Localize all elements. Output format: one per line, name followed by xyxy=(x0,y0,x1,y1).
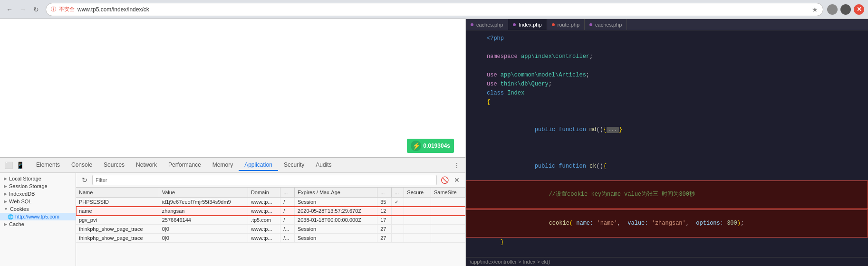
tab-performance[interactable]: Performance xyxy=(163,160,207,171)
cookies-toolbar: ↻ 🚫 ✕ xyxy=(76,173,465,188)
extension-icon-red[interactable]: ✕ xyxy=(854,4,864,15)
table-cell xyxy=(404,225,431,234)
table-cell: 2038-01-18T00:00:00.000Z xyxy=(295,216,377,225)
filter-input[interactable] xyxy=(92,175,437,185)
table-row[interactable]: PHPSESSIDid1j9e67eeof7mjr55t34s9dm9www.t… xyxy=(76,198,465,207)
sidebar-section-cache[interactable]: ▶ Cache xyxy=(0,220,76,228)
cookies-refresh-button[interactable]: ↻ xyxy=(80,175,89,185)
code-line xyxy=(466,43,868,52)
breadcrumb-text: \app\index\controller > Index > ck() xyxy=(470,259,550,265)
extension-icon-2[interactable] xyxy=(840,4,851,15)
table-cell xyxy=(404,198,431,207)
table-cell: Session xyxy=(295,225,377,234)
tab-label-route: route.php xyxy=(558,22,579,28)
devtools: ⬜ 📱 Elements Console Sources Network Per… xyxy=(0,157,465,266)
tab-memory[interactable]: Memory xyxy=(207,160,239,171)
table-cell: Session xyxy=(295,234,377,243)
expand-icon: ▶ xyxy=(4,176,7,181)
extension-icons: ✕ xyxy=(827,4,864,15)
table-cell xyxy=(392,225,404,234)
tab-dot-php2 xyxy=(513,23,516,26)
editor-tab-caches2[interactable]: caches.php xyxy=(585,19,627,30)
tab-security[interactable]: Security xyxy=(278,160,310,171)
table-row[interactable]: thinkphp_show_page_trace0|0www.tp.../...… xyxy=(76,234,465,243)
code-line xyxy=(466,143,868,152)
editor-tab-index[interactable]: Index.php xyxy=(508,19,547,30)
sidebar-section-local-storage[interactable]: ▶ Local Storage xyxy=(0,175,76,182)
sidebar-section-websql[interactable]: ▶ Web SQL xyxy=(0,198,76,205)
table-row[interactable]: thinkphp_show_page_trace0|0www.tp.../...… xyxy=(76,225,465,234)
browser-chrome: ← → ↻ ⓘ 不安全 www.tp5.com/index/index/ck ★… xyxy=(0,0,868,19)
code-line: <?php xyxy=(466,34,868,43)
extension-icon-1[interactable] xyxy=(827,4,838,15)
sidebar-label-cache: Cache xyxy=(9,221,24,227)
table-cell: 0|0 xyxy=(159,234,248,243)
sidebar-section-indexeddb[interactable]: ▶ IndexedDB xyxy=(0,190,76,198)
inspect-icon[interactable]: ⬜ xyxy=(4,161,13,170)
cookies-data-table: Name Value Domain ... Expires / Max-Age … xyxy=(76,188,465,243)
table-cell: 17 xyxy=(377,216,392,225)
col-samesite: SameSite xyxy=(431,188,465,198)
expand-icon-3: ▶ xyxy=(4,191,7,196)
table-cell: thinkphp_show_page_trace xyxy=(76,225,159,234)
table-cell: ✓ xyxy=(392,198,404,207)
table-cell: Session xyxy=(295,198,377,207)
col-secure: Secure xyxy=(404,188,431,198)
tab-sources[interactable]: Sources xyxy=(98,160,130,171)
table-cell xyxy=(431,198,465,207)
sidebar-item-cookies-url[interactable]: 🌐 http://www.tp5.com xyxy=(0,213,76,220)
globe-icon: 🌐 xyxy=(8,214,13,219)
col-value: Value xyxy=(159,188,248,198)
table-cell: pgv_pvi xyxy=(76,216,159,225)
tab-console[interactable]: Console xyxy=(66,160,98,171)
bookmark-icon[interactable]: ★ xyxy=(812,6,818,13)
editor-tab-route[interactable]: route.php xyxy=(547,19,585,30)
sidebar-section-session-storage[interactable]: ▶ Session Storage xyxy=(0,182,76,190)
clear-icon[interactable]: ✕ xyxy=(452,175,462,185)
table-cell: www.tp... xyxy=(248,198,280,207)
url-text: www.tp5.com/index/index/ck xyxy=(77,6,809,13)
sidebar-section-cookies[interactable]: ▼ Cookies xyxy=(0,205,76,213)
table-cell: zhangsan xyxy=(159,207,248,216)
devtools-tabs: Elements Console Sources Network Perform… xyxy=(30,160,338,171)
table-cell: 27 xyxy=(377,234,392,243)
performance-badge: ⚡ 0.019304s xyxy=(407,139,454,153)
table-cell: 2576646144 xyxy=(159,216,248,225)
refresh-button[interactable]: ↻ xyxy=(30,4,42,15)
code-line-ck: public function ck(){ xyxy=(466,152,868,180)
expand-icon-4: ▶ xyxy=(4,199,7,204)
table-row[interactable]: namezhangsanwww.tp.../2020-05-28T13:57:2… xyxy=(76,207,465,216)
insecure-icon: ⓘ xyxy=(51,6,56,13)
tab-application[interactable]: Application xyxy=(239,160,278,171)
table-cell: www.tp... xyxy=(248,234,280,243)
table-cell xyxy=(431,207,465,216)
forward-button[interactable]: → xyxy=(17,4,29,15)
tab-label-caches2: caches.php xyxy=(595,22,622,28)
code-line: } xyxy=(466,238,868,247)
code-line-comment: //设置cookie key为name value为张三 时间为300秒 xyxy=(466,180,868,209)
device-icon[interactable]: 📱 xyxy=(15,161,25,170)
tab-label-index: Index.php xyxy=(519,22,541,28)
code-content: <?php namespace app\index\controller; us… xyxy=(466,30,868,257)
block-icon[interactable]: 🚫 xyxy=(440,175,449,185)
col-dot3: ... xyxy=(392,188,404,198)
table-cell xyxy=(431,216,465,225)
address-bar[interactable]: ⓘ 不安全 www.tp5.com/index/index/ck ★ xyxy=(46,3,823,16)
tab-network[interactable]: Network xyxy=(130,160,163,171)
table-cell: 12 xyxy=(377,207,392,216)
editor-tab-caches1[interactable]: caches.php xyxy=(466,19,508,30)
sidebar-label-indexeddb: IndexedDB xyxy=(9,191,35,197)
main-panel: ↻ 🚫 ✕ Name Value Domain xyxy=(76,173,465,266)
table-row[interactable]: pgv_pvi2576646144.tp5.com/2038-01-18T00:… xyxy=(76,216,465,225)
table-cell xyxy=(404,234,431,243)
tab-audits[interactable]: Audits xyxy=(310,160,337,171)
editor-tabs: caches.php Index.php route.php caches.ph… xyxy=(466,19,868,30)
col-dot1: ... xyxy=(280,188,295,198)
table-cell: .tp5.com xyxy=(248,216,280,225)
tab-label-caches1: caches.php xyxy=(476,22,503,28)
devtools-toolbar: ⬜ 📱 Elements Console Sources Network Per… xyxy=(0,158,465,173)
more-options-icon[interactable]: ⋮ xyxy=(452,161,462,170)
back-button[interactable]: ← xyxy=(4,4,15,15)
expand-icon-5: ▼ xyxy=(4,207,8,211)
tab-elements[interactable]: Elements xyxy=(30,160,66,171)
